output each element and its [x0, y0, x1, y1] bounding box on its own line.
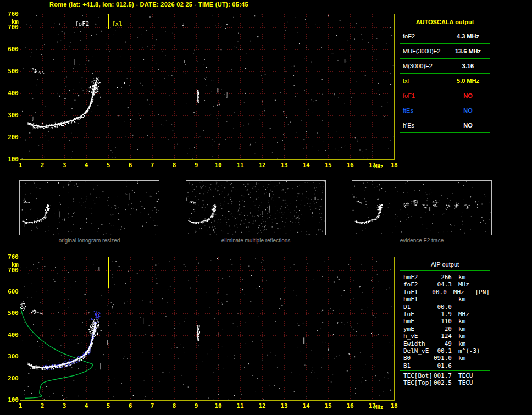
aip-value: 00.1 [433, 347, 452, 355]
y-axis-unit-label: km [3, 19, 19, 25]
x-tick-label: 16 [345, 403, 356, 409]
x-axis-unit-label: MHz [374, 405, 383, 410]
x-tick-label: 1 [15, 403, 26, 409]
aip-output-table: AIP output hmF2266kmfoF204.3MHzfoF100.0M… [400, 258, 490, 389]
y-tick-label: 760 [3, 254, 19, 260]
aip-note [481, 311, 483, 318]
x-tick-label: 5 [103, 162, 114, 168]
thumbnail-caption-original: original ionogram resized [19, 237, 159, 244]
x-tick-label: 10 [213, 403, 224, 409]
thumbnail-evidence-f2 [352, 180, 492, 235]
aip-unit: km [452, 325, 481, 333]
aip-label: foF2 [400, 281, 433, 288]
aip-label: hmE [400, 318, 433, 325]
aip-row: hmF2266km [400, 274, 490, 281]
x-tick-label: 18 [389, 162, 400, 168]
aip-row: hmE110km [400, 318, 490, 325]
y-tick-label: 500 [3, 68, 19, 74]
autoscala-row: M(3000)F23.16 [400, 59, 490, 74]
x-tick-label: 12 [257, 162, 268, 168]
y-tick-label: 100 [3, 156, 19, 162]
aip-note [481, 372, 483, 379]
aip-value: 01.6 [433, 362, 452, 369]
x-tick-label: 3 [59, 403, 70, 409]
aip-row: TEC[Top]002.5TECU [400, 379, 490, 386]
main-ionogram-plot: foF2 fxl 100200300400500600700760km12345… [20, 14, 395, 160]
aip-value: 110 [433, 318, 452, 325]
aip-note [481, 340, 483, 347]
aip-label: Ewidth [400, 340, 433, 347]
aip-row: DelN_vE00.1m^(-3) [400, 347, 490, 355]
aip-note [481, 355, 483, 362]
autoscala-row-label: foF1 [400, 88, 446, 103]
x-tick-label: 13 [279, 162, 290, 168]
autoscala-row: foF1NO [400, 88, 490, 103]
x-tick-label: 14 [301, 162, 312, 168]
aip-unit: km [452, 274, 481, 281]
x-tick-label: 7 [147, 162, 158, 168]
aip-value: 04.3 [433, 281, 452, 288]
main-ionogram-canvas [20, 14, 394, 159]
x-tick-label: 4 [81, 403, 92, 409]
aip-value: --- [433, 296, 452, 303]
y-tick-label: 300 [3, 353, 19, 359]
x-tick-label: 10 [213, 162, 224, 168]
aip-unit: MHz [452, 311, 481, 318]
y-tick-label: 600 [3, 46, 19, 52]
x-tick-label: 11 [235, 403, 246, 409]
autoscala-row-value: 13.6 MHz [446, 44, 490, 58]
aip-unit: TECU [452, 372, 481, 379]
x-tick-label: 8 [169, 162, 180, 168]
aip-note [481, 318, 483, 325]
y-tick-label: 200 [3, 375, 19, 381]
autoscala-row: MUF(3000)F213.6 MHz [400, 44, 490, 59]
thumbnail-original-ionogram [19, 180, 159, 235]
y-tick-label: 760 [3, 11, 19, 17]
x-tick-label: 11 [235, 162, 246, 168]
aip-note [481, 325, 483, 333]
y-axis-unit-label: km [3, 262, 19, 268]
autoscala-row-value: 3.16 [446, 59, 490, 73]
thumbnail-evidence-canvas [352, 181, 491, 235]
aip-note [481, 296, 483, 303]
aip-unit: MHz [447, 289, 474, 296]
aip-value: 002.5 [433, 379, 452, 386]
autoscala-row-value: 4.3 MHz [446, 29, 490, 43]
aip-value: 001.7 [433, 372, 452, 379]
x-tick-label: 6 [125, 162, 136, 168]
autoscala-row-label: h'Es [400, 118, 446, 132]
aip-unit [452, 303, 481, 311]
x-tick-label: 1 [15, 162, 26, 168]
aip-row: D100.0 [400, 303, 490, 311]
foF2-marker-label: foF2 [75, 21, 90, 27]
aip-label: foE [400, 311, 433, 318]
aip-note [481, 362, 483, 369]
aip-row: hmF1---km [400, 296, 490, 303]
x-tick-label: 15 [323, 162, 334, 168]
aip-unit: km [452, 318, 481, 325]
autoscala-row: fxl5.0 MHz [400, 74, 490, 88]
aip-label: foF1 [400, 289, 430, 296]
aip-value: 1.9 [433, 311, 452, 318]
aip-note [481, 333, 483, 340]
thumbnail-caption-eliminate: eliminate multiple reflections [186, 237, 326, 244]
aip-row: foF100.0MHz[PN] [400, 289, 490, 296]
aip-label: B1 [400, 362, 433, 369]
x-tick-label: 6 [125, 403, 136, 409]
x-axis-unit-label: MHz [374, 164, 383, 169]
aip-unit: TECU [452, 379, 481, 386]
aip-row: B101.6 [400, 362, 490, 369]
aip-unit [452, 362, 481, 369]
aip-tec-separator [400, 370, 490, 371]
aip-value: 49 [433, 340, 452, 347]
autoscala-row-label: foF2 [400, 29, 446, 43]
autoscala-row-label: M(3000)F2 [400, 59, 446, 73]
aip-label: hmF2 [400, 274, 433, 281]
autoscala-row: h'EsNO [400, 118, 490, 132]
x-tick-label: 14 [301, 403, 312, 409]
thumbnail-caption-evidence: evidence F2 trace [352, 237, 492, 244]
autoscala-row-value: NO [446, 103, 490, 118]
thumbnail-eliminate-canvas [186, 181, 325, 235]
x-tick-label: 8 [169, 403, 180, 409]
aip-unit: km [452, 340, 481, 347]
